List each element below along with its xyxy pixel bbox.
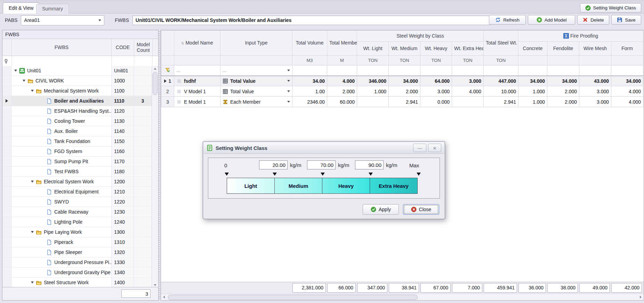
setting-weight-class-button[interactable]: Setting Weight Class <box>580 3 641 13</box>
model-name-cell[interactable]: fsdhf <box>174 76 220 86</box>
model-name-cell[interactable]: E Model 1 <box>174 97 220 107</box>
tree-row-1120[interactable]: ESP&ASH Handling Syst...1120 <box>2 106 152 116</box>
tree-row-1000[interactable]: CIVIL WORK1000 <box>2 76 152 86</box>
tree-node[interactable]: Underground Pressure Pi... <box>11 257 112 268</box>
tree-row-1100[interactable]: Mechanical System Work1100 <box>2 86 152 96</box>
tree-node[interactable]: Tank Foundation <box>11 136 112 146</box>
grid-filter-cell[interactable] <box>611 65 643 76</box>
chevron-down-icon[interactable] <box>287 80 290 82</box>
weight-threshold-input-3[interactable] <box>355 160 384 169</box>
apply-button[interactable]: Apply <box>363 204 399 215</box>
tree-row-1310[interactable]: Piperack1310 <box>2 237 152 247</box>
tree-node[interactable]: SWYD <box>11 197 112 207</box>
tree-node[interactable]: Lighting Pole <box>11 217 112 227</box>
chevron-down-icon[interactable] <box>287 90 290 92</box>
grid-header-input-type[interactable]: Input Type <box>220 31 292 56</box>
tab-summary[interactable]: Summary <box>36 4 69 14</box>
grid-header-total-volume[interactable]: Total Volume <box>292 31 327 56</box>
refresh-button[interactable]: Refresh <box>489 15 526 25</box>
expander-icon[interactable] <box>31 90 34 92</box>
tree-node[interactable]: Sump Pump Pit <box>11 157 112 167</box>
scale-marker-threshold-3[interactable] <box>369 173 373 176</box>
tree-row-1200[interactable]: Electrical System Work1200 <box>2 177 152 187</box>
grid-header-wt-light[interactable]: Wt. Light <box>357 42 389 56</box>
tree-node[interactable]: Pipe Sleeper <box>11 247 112 257</box>
tree-filter-fwbs-cell[interactable] <box>12 56 112 66</box>
tree-row-1170[interactable]: Sump Pump Pit1170 <box>2 157 152 167</box>
grid-header-wt-heavy[interactable]: Wt. Heavy <box>420 42 452 56</box>
tree-row-1220[interactable]: SWYD1220 <box>2 197 152 207</box>
weight-threshold-input-2[interactable] <box>307 160 336 169</box>
grid-filter-cell[interactable] <box>484 65 518 76</box>
grid-filter-cell[interactable] <box>357 65 389 76</box>
expander-icon[interactable] <box>31 181 34 183</box>
close-button[interactable]: Close <box>403 204 439 215</box>
tree-row-1140[interactable]: Aux. Boiler1140 <box>2 126 152 136</box>
grid-filter-cell[interactable] <box>452 65 484 76</box>
grid-group-fire-proofing[interactable]: Fire Proofing <box>518 31 643 42</box>
scroll-thumb[interactable] <box>153 72 158 95</box>
tree-row-1230[interactable]: Cable Raceway1230 <box>2 207 152 217</box>
grid-filter-cell[interactable] <box>547 65 579 76</box>
tree-header-code[interactable]: CODE <box>112 39 134 56</box>
tree-row-1340[interactable]: Underground Gravity Pipe1340 <box>2 268 152 278</box>
grid-filter-cell[interactable] <box>292 65 327 76</box>
chevron-down-icon[interactable] <box>287 101 290 103</box>
grid-row-1[interactable]: 1fsdhfTotal Value34.004.000346.00034.000… <box>161 76 643 86</box>
chevron-down-icon[interactable] <box>287 70 290 71</box>
tree-row-1240[interactable]: Lighting Pole1240 <box>2 217 152 227</box>
grid-header-wt-extra-heavy[interactable]: Wt. Extra Heavy <box>452 42 484 56</box>
tree-node[interactable]: Cooling Tower <box>11 116 112 126</box>
grid-header-fendolite[interactable]: Fendolite <box>547 42 579 56</box>
tree-node[interactable]: Electrical System Work <box>11 177 112 187</box>
grid-filter-cell[interactable] <box>420 65 452 76</box>
tree-filter-code-cell[interactable] <box>112 56 134 66</box>
weight-threshold-input-1[interactable] <box>259 160 288 169</box>
dialog-title-bar[interactable]: Setting Weight Class — × <box>204 142 444 154</box>
grid-header-form[interactable]: Form <box>611 42 643 56</box>
tree-row-1320[interactable]: Pipe Sleeper1320 <box>2 247 152 257</box>
tree-node[interactable]: Mechanical System Work <box>11 86 112 96</box>
tree-row-1330[interactable]: Underground Pressure Pi...1330 <box>2 257 152 268</box>
tree-node[interactable]: Piperack <box>11 237 112 247</box>
grid-header-wire-mesh[interactable]: Wire Mesh <box>579 42 611 56</box>
tree-node[interactable]: Boiler and Auxiliaries <box>11 96 112 106</box>
grid-filter-cell[interactable] <box>518 65 547 76</box>
grid-filter-model-name[interactable]: ... <box>174 65 220 76</box>
tree-header-fwbs[interactable]: FWBS <box>12 39 112 56</box>
expander-icon[interactable] <box>31 231 34 233</box>
grid-filter-input-type[interactable]: ... <box>220 65 292 76</box>
tree-header-model-count[interactable]: Model Count <box>134 39 153 56</box>
tree-node[interactable]: Steel Structure Work <box>11 278 112 288</box>
minimize-button[interactable]: — <box>413 144 426 152</box>
tree-node[interactable]: FGD System <box>11 146 112 157</box>
tree-node[interactable]: Cable Raceway <box>11 207 112 217</box>
grid-header-total-steel-wt[interactable]: Total Steel Wt. <box>484 31 518 56</box>
tree-row-1160[interactable]: FGD System1160 <box>2 146 152 157</box>
scroll-left-button[interactable] <box>161 294 167 300</box>
tree-row-1130[interactable]: Cooling Tower1130 <box>2 116 152 126</box>
expander-icon[interactable] <box>14 70 17 72</box>
tree-node[interactable]: Underground Gravity Pipe <box>11 268 112 278</box>
save-button[interactable]: Save <box>611 15 641 25</box>
grid-filter-row[interactable]: ... ... <box>161 65 643 76</box>
tree-row-1180[interactable]: Test FWBS1180 <box>2 167 152 177</box>
close-window-button[interactable]: × <box>428 144 441 152</box>
grid-horizontal-scrollbar[interactable] <box>161 294 644 300</box>
grid-header-total-member-length[interactable]: Total Member Length <box>327 31 357 56</box>
input-type-cell[interactable]: Total Value <box>220 86 292 97</box>
tree-filter-count-cell[interactable] <box>134 56 153 66</box>
grid-filter-cell[interactable] <box>389 65 420 76</box>
tree-vertical-scrollbar[interactable] <box>152 66 158 288</box>
tree-node[interactable]: Electrical Equipment <box>11 187 112 197</box>
grid-header-wt-medium[interactable]: Wt. Medium <box>389 42 420 56</box>
tree-row-1110[interactable]: Boiler and Auxiliaries11103 <box>2 96 152 106</box>
expander-icon[interactable] <box>31 281 34 284</box>
tree-row-1300[interactable]: Pipe Laying Work1300 <box>2 227 152 237</box>
expander-icon[interactable] <box>23 80 25 82</box>
tree-node[interactable]: CIVIL WORK <box>11 76 112 86</box>
scroll-right-button[interactable] <box>638 294 644 300</box>
tree-node[interactable]: Aux. Boiler <box>11 126 112 136</box>
tree-node[interactable]: ESP&ASH Handling Syst... <box>11 106 112 116</box>
scroll-thumb[interactable] <box>168 295 418 300</box>
